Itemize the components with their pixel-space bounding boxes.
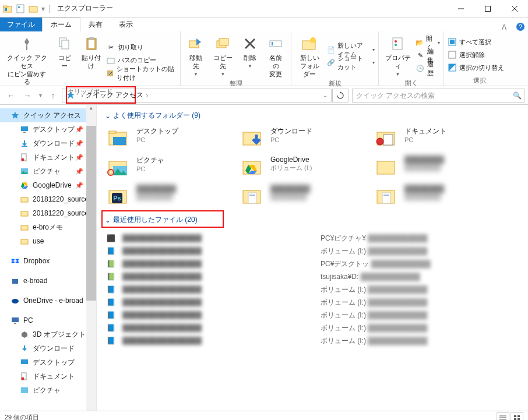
view-details-button[interactable]	[497, 412, 509, 421]
file-path: ボリューム (I:) ████████████	[321, 336, 427, 346]
tree-pc-downloads[interactable]: ダウンロード	[0, 341, 96, 355]
minimize-button[interactable]	[448, 0, 474, 17]
file-path: ボリューム (I:) ████████████	[321, 298, 427, 308]
svg-rect-94	[518, 418, 520, 420]
collapse-ribbon-icon[interactable]: ᐱ	[495, 23, 513, 31]
tree-ebroad[interactable]: e-broad	[0, 274, 96, 288]
tree-scrollbar[interactable]: ▴	[86, 105, 96, 411]
copy-button[interactable]: コピー	[52, 33, 78, 87]
folder-item[interactable]: ドキュメントPC	[373, 124, 507, 153]
forward-button[interactable]: →	[20, 89, 35, 103]
history-dropdown-button[interactable]: ▾	[36, 89, 44, 103]
chevron-right-icon[interactable]: ›	[146, 91, 148, 100]
history-icon: 🕒	[416, 64, 425, 73]
tree-folder[interactable]: 20181220_sourcetr	[0, 206, 96, 220]
moveto-button[interactable]: 移動先▼	[183, 33, 209, 79]
tree-pictures[interactable]: ピクチャ📌	[0, 164, 96, 178]
file-row[interactable]: 📘████████████████ボリューム (I:) ████████████	[105, 283, 520, 296]
tree-documents[interactable]: ドキュメント📌	[0, 150, 96, 164]
back-button[interactable]: ←	[3, 89, 19, 103]
item-name: ドキュメント	[404, 126, 446, 136]
content-pane[interactable]: ⌄よく使用するフォルダー (9) デスクトップPCダウンロードPCドキュメントP…	[97, 105, 528, 411]
file-row[interactable]: 📘████████████████ボリューム (I:) ████████████	[105, 245, 520, 257]
file-row[interactable]: 📘████████████████ボリューム (I:) ████████████	[105, 296, 520, 309]
folder-item[interactable]: ピクチャPC	[105, 153, 239, 182]
svg-rect-83	[248, 193, 256, 203]
tab-home[interactable]: ホーム	[42, 17, 80, 31]
properties-button[interactable]: プロパティ▼	[381, 33, 414, 79]
folder-item[interactable]: ████████████████	[373, 153, 507, 182]
tree-folder[interactable]: e-broメモ	[0, 220, 96, 234]
invert-button[interactable]: 選択の切り替え	[446, 61, 505, 74]
newfolder-button[interactable]: 新しい フォルダー	[294, 33, 326, 79]
paste-button[interactable]: 貼り付け	[78, 33, 105, 87]
file-row[interactable]: 📗████████████████tsujisaka¥D: ██████████…	[105, 270, 520, 283]
tree-pc-documents[interactable]: ドキュメント	[0, 369, 96, 383]
folder-item[interactable]: デスクトップPC	[105, 124, 239, 153]
tree-folder[interactable]: use	[0, 234, 96, 248]
refresh-button[interactable]	[332, 89, 349, 103]
up-button[interactable]: ↑	[45, 89, 61, 103]
qat-dropdown-icon[interactable]: ▾	[41, 3, 45, 15]
shortcut-button[interactable]: 🔗ショートカット▾	[326, 57, 376, 69]
rename-button[interactable]: 名前の 変更	[263, 33, 288, 79]
tree-dropbox[interactable]: Dropbox	[0, 254, 96, 268]
svg-rect-33	[450, 40, 455, 44]
selectall-button[interactable]: すべて選択	[446, 36, 505, 48]
tree-desktop[interactable]: デスクトップ📌	[0, 122, 96, 136]
view-icons-button[interactable]	[511, 412, 523, 421]
item-sub: ボリューム (I:)	[270, 164, 312, 172]
ribbon-tabs: ファイル ホーム 共有 表示 ᐱ ?	[0, 17, 528, 31]
selectnone-button[interactable]: 選択解除	[446, 48, 505, 61]
folder-item[interactable]: ダウンロードPC	[239, 124, 373, 153]
address-bar[interactable]: › クイック アクセス › ⌄	[62, 89, 332, 103]
tree-folder[interactable]: 20181220_sourcetr	[0, 192, 96, 206]
file-row[interactable]: ⬛████████████████PC¥ピクチャ¥ ████████████	[105, 232, 520, 245]
address-location[interactable]: クイック アクセス	[86, 90, 143, 100]
tree-pc-desktop[interactable]: デスクトップ	[0, 355, 96, 369]
tree-googledrive[interactable]: GoogleDrive📌	[0, 178, 96, 192]
file-path: ボリューム (I:) ████████████	[321, 323, 427, 333]
file-row[interactable]: 📘████████████████ボリューム (I:) ████████████	[105, 309, 520, 322]
file-row[interactable]: 📘████████████████ボリューム (I:) ████████████	[105, 334, 520, 347]
paste-shortcut-button[interactable]: ショートカットの貼り付け	[105, 67, 178, 80]
folder-item[interactable]: ████████████████	[239, 182, 373, 211]
search-box[interactable]: 🔍	[352, 89, 525, 103]
qat-properties-icon[interactable]	[15, 3, 26, 14]
file-row[interactable]: 📗████████████████PC¥デスクトッ ████████████	[105, 257, 520, 270]
tree-onedrive[interactable]: OneDrive - e-broad	[0, 294, 96, 308]
chevron-right-icon[interactable]: ›	[81, 91, 83, 100]
section-frequent[interactable]: ⌄よく使用するフォルダー (9)	[105, 111, 520, 121]
section-recent[interactable]: ⌄最近使用したファイル (20)	[105, 215, 198, 225]
item-name: ████████	[270, 185, 310, 193]
folder-item[interactable]: GoogleDriveボリューム (I:)	[239, 153, 373, 182]
maximize-button[interactable]	[474, 0, 501, 17]
svg-text:?: ?	[519, 23, 522, 30]
qat-newfolder-icon[interactable]	[28, 3, 38, 14]
help-icon[interactable]: ?	[513, 22, 528, 31]
pin-quickaccess-button[interactable]: クイック アクセス にピン留めする	[2, 33, 52, 87]
search-input[interactable]	[355, 91, 513, 100]
history-button[interactable]: 🕒履歴	[414, 62, 441, 75]
folder-item[interactable]: Ps████████████████	[105, 182, 239, 211]
close-button[interactable]	[501, 0, 528, 17]
tab-file[interactable]: ファイル	[0, 17, 42, 31]
address-dropdown-icon[interactable]: ⌄	[323, 92, 328, 98]
tab-view[interactable]: 表示	[111, 17, 141, 31]
item-name: GoogleDrive	[270, 156, 312, 164]
tree-pc-pictures[interactable]: ピクチャ	[0, 383, 96, 397]
tree-quickaccess[interactable]: クイック アクセス	[0, 108, 96, 122]
folder-item[interactable]: ████████████████	[373, 182, 507, 211]
cut-button[interactable]: ✂切り取り	[105, 41, 178, 54]
nav-tree[interactable]: クイック アクセス デスクトップ📌 ダウンロード📌 ドキュメント📌 ピクチャ📌 …	[0, 105, 97, 411]
file-path: ボリューム (I:) ████████████	[321, 310, 427, 320]
delete-button[interactable]: 削除▼	[237, 33, 263, 79]
tree-downloads[interactable]: ダウンロード📌	[0, 136, 96, 150]
copyto-button[interactable]: コピー先▼	[209, 33, 237, 79]
tree-3dobjects[interactable]: 3D オブジェクト	[0, 327, 96, 341]
file-path: ボリューム (I:) ████████████	[321, 285, 427, 295]
search-icon: 🔍	[513, 91, 522, 100]
tab-share[interactable]: 共有	[80, 17, 111, 31]
tree-pc[interactable]: PC	[0, 313, 96, 327]
file-row[interactable]: 📘████████████████ボリューム (I:) ████████████	[105, 322, 520, 334]
